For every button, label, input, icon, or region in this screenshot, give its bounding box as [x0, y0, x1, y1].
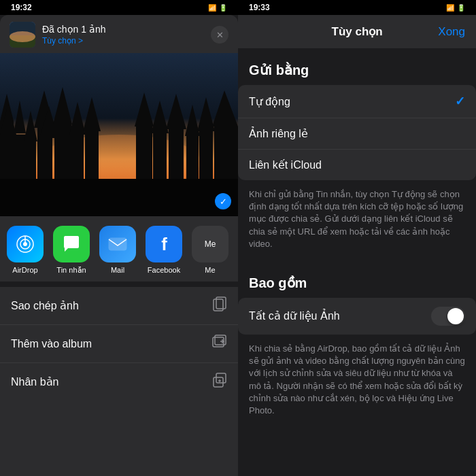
add-album-icon [212, 335, 227, 353]
left-panel: 19:32 📶 🔋 Đã chọn 1 ảnh Tùy chọn > ✕ [0, 0, 238, 476]
option-icloud-label: Liên kết iCloud [249, 158, 322, 171]
wifi-icon-right: 📶 [446, 4, 454, 12]
share-header-title: Đã chọn 1 ảnh [42, 24, 211, 35]
status-bar-left: 19:32 📶 🔋 [0, 0, 238, 15]
include-section-heading: Bao gồm [238, 261, 476, 298]
share-apps-row: AirDrop Tin nhắn Mail f Facebook [0, 216, 238, 282]
action-list: Sao chép ảnh Thêm vào album Nhân bản [0, 287, 238, 476]
photo-preview: ✓ [0, 53, 238, 216]
include-section-note: Khi chia sẻ bằng AirDrop, bao gồm tất cả… [238, 337, 476, 428]
messages-label: Tin nhắn [56, 266, 86, 275]
facebook-icon: f [146, 226, 182, 262]
battery-icon-right: 🔋 [457, 4, 465, 12]
options-done-button[interactable]: Xong [438, 25, 465, 39]
svg-rect-33 [0, 179, 238, 216]
app-item-airdrop[interactable]: AirDrop [7, 226, 44, 275]
status-bar-right: 19:33 📶 🔋 [238, 0, 476, 15]
send-section-note: Khi chỉ gửi bằng Tin nhắn, tùy chọn Tự đ… [238, 183, 476, 261]
option-individual[interactable]: Ảnh riêng lẻ [238, 118, 476, 150]
svg-rect-46 [214, 377, 223, 387]
app-item-messages[interactable]: Tin nhắn [53, 226, 90, 275]
wifi-icon: 📶 [208, 4, 216, 12]
status-icons-right: 📶 🔋 [446, 4, 465, 12]
status-icons-left: 📶 🔋 [208, 4, 227, 12]
include-options-group: Tất cả dữ liệu Ảnh [238, 298, 476, 335]
share-header-info: Đã chọn 1 ảnh Tùy chọn > [42, 24, 211, 46]
send-section-heading: Gửi bằng [238, 48, 476, 85]
time-left: 19:32 [11, 3, 32, 12]
mail-label: Mail [111, 266, 124, 274]
app-item-more[interactable]: Me Me [192, 226, 228, 275]
svg-rect-45 [216, 373, 226, 383]
airdrop-icon [7, 226, 44, 262]
options-header: Tùy chọn Xong [238, 15, 476, 48]
add-album-action[interactable]: Thêm vào album [0, 325, 238, 363]
add-album-label: Thêm vào album [11, 338, 92, 350]
battery-icon: 🔋 [219, 4, 227, 12]
app-item-mail[interactable]: Mail [99, 226, 136, 275]
svg-rect-38 [109, 238, 126, 250]
app-item-facebook[interactable]: f Facebook [146, 226, 182, 275]
svg-point-2 [10, 31, 35, 42]
more-icon: Me [192, 226, 228, 262]
airdrop-label: AirDrop [12, 266, 37, 274]
option-auto-check: ✓ [455, 94, 465, 109]
share-close-button[interactable]: ✕ [211, 26, 228, 44]
duplicate-label: Nhân bản [11, 375, 59, 388]
options-title: Tùy chọn [332, 24, 383, 39]
option-icloud[interactable]: Liên kết iCloud [238, 150, 476, 180]
toggle-container [431, 307, 465, 326]
all-photo-data-label: Tất cả dữ liệu Ảnh [249, 309, 340, 322]
option-auto[interactable]: Tự động ✓ [238, 85, 476, 118]
send-options-group: Tự động ✓ Ảnh riêng lẻ Liên kết iCloud [238, 85, 476, 180]
copy-photo-icon [212, 296, 227, 315]
facebook-label: Facebook [148, 266, 180, 274]
share-header-subtitle[interactable]: Tùy chọn > [42, 36, 211, 46]
option-individual-label: Ảnh riêng lẻ [249, 127, 308, 140]
share-header: Đã chọn 1 ảnh Tùy chọn > ✕ [0, 15, 238, 53]
copy-photo-label: Sao chép ảnh [11, 299, 79, 312]
messages-icon [53, 226, 90, 262]
all-photo-data-toggle[interactable] [431, 307, 465, 326]
duplicate-action[interactable]: Nhân bản [0, 363, 238, 401]
more-label: Me [205, 266, 215, 274]
duplicate-icon [212, 373, 227, 391]
option-auto-label: Tự động [249, 95, 290, 108]
time-right: 19:33 [249, 3, 270, 12]
right-panel: 19:33 📶 🔋 Tùy chọn Xong Gửi bằng Tự động… [238, 0, 476, 476]
toggle-knob [447, 308, 464, 324]
all-photo-data-option[interactable]: Tất cả dữ liệu Ảnh [238, 298, 476, 335]
options-content: Gửi bằng Tự động ✓ Ảnh riêng lẻ Liên kết… [238, 48, 476, 476]
share-thumbnail [10, 22, 35, 48]
mail-icon [99, 226, 136, 262]
copy-photo-action[interactable]: Sao chép ảnh [0, 287, 238, 325]
photo-checkmark: ✓ [215, 193, 231, 209]
